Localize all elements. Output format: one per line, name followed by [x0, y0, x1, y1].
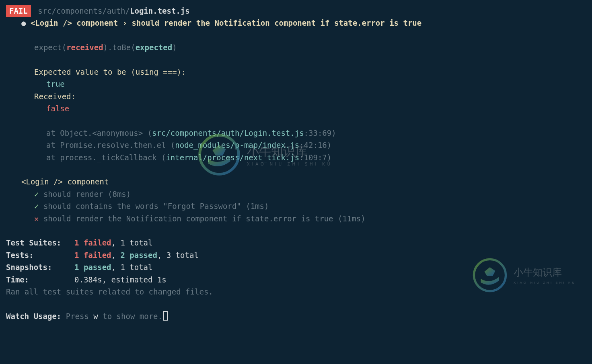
received-label: Received:	[6, 90, 586, 102]
expected-value: true	[6, 78, 586, 90]
expect-p1: expect(	[34, 43, 66, 52]
stack-file: node_modules/p-map/index.js	[175, 141, 299, 149]
cross-icon: ✕	[34, 214, 43, 223]
expect-p2: ).toBe(	[103, 43, 136, 52]
summary-fail: 1 failed	[74, 238, 111, 247]
stack-loc: :33:69)	[304, 129, 336, 137]
summary-pass: 2 passed	[120, 251, 157, 260]
expect-expected: expected	[136, 43, 173, 52]
bullet-icon: ●	[21, 18, 31, 27]
stack-pre: at process._tickCallback (	[46, 153, 166, 162]
stack-pre: at Promise.resolve.then.el (	[46, 141, 175, 149]
summary-fail: 1 failed	[74, 251, 111, 260]
summary-rest: , 3 total	[157, 251, 199, 260]
summary-label: Tests:	[6, 249, 74, 261]
summary-suites: Test Suites:1 failed, 1 total	[6, 237, 586, 249]
summary-mid: ,	[111, 251, 121, 260]
test-pass-1: ✓ should render (8ms)	[6, 188, 586, 200]
fail-badge: FAIL	[6, 5, 31, 17]
file-path-dim: src/components/auth/	[38, 6, 130, 15]
watch-key: w	[93, 312, 98, 321]
fail-sep: ›	[118, 18, 132, 27]
watch-post: to show more.	[98, 312, 162, 321]
test-label: should contains the words "Forgot Passwo…	[43, 202, 269, 211]
fail-desc: should render the Notification component…	[132, 18, 422, 27]
stack-file: src/components/auth/Login.test.js	[152, 129, 304, 137]
test-pass-2: ✓ should contains the words "Forgot Pass…	[6, 200, 586, 212]
check-icon: ✓	[34, 190, 43, 198]
expect-received: received	[66, 43, 103, 52]
stack-loc: :109:7)	[299, 153, 331, 162]
watch-usage-line: Watch Usage: Press w to show more.	[6, 310, 586, 322]
stack-loc: :42:16)	[299, 141, 331, 149]
cursor-icon	[163, 311, 168, 321]
summary-rest: 0.384s, estimated 1s	[74, 275, 166, 284]
summary-snapshots: Snapshots:1 passed, 1 total	[6, 261, 586, 273]
header-line: FAIL src/components/auth/Login.test.js	[6, 5, 586, 17]
summary-label: Snapshots:	[6, 261, 74, 273]
summary-label: Time:	[6, 274, 74, 286]
test-label: should render the Notification component…	[43, 214, 366, 223]
summary-tests: Tests:1 failed, 2 passed, 3 total	[6, 249, 586, 261]
stack-line-1: at Object.<anonymous> (src/components/au…	[6, 127, 586, 139]
test-label: should render (8ms)	[43, 190, 131, 198]
test-fail-1: ✕ should render the Notification compone…	[6, 213, 586, 225]
check-icon: ✓	[34, 202, 43, 211]
summary-ran: Ran all test suites related to changed f…	[6, 286, 586, 298]
summary-pass: 1 passed	[74, 263, 111, 272]
watch-label: Watch Usage:	[6, 312, 61, 321]
stack-file: internal/process/next_tick.js	[166, 153, 299, 162]
failing-test-line: ● <Login /> component › should render th…	[6, 17, 586, 29]
stack-pre: at Object.<anonymous> (	[46, 129, 152, 137]
summary-rest: , 1 total	[111, 238, 153, 247]
stack-line-2: at Promise.resolve.then.el (node_modules…	[6, 139, 586, 151]
received-value: false	[6, 102, 586, 115]
suite-title: <Login /> component	[6, 176, 586, 188]
expect-p3: )	[172, 43, 177, 52]
summary-label: Test Suites:	[6, 237, 74, 249]
stack-line-3: at process._tickCallback (internal/proce…	[6, 151, 586, 164]
fail-prefix: <Login /> component	[31, 18, 118, 27]
expect-line: expect(received).toBe(expected)	[6, 41, 586, 53]
summary-rest: , 1 total	[111, 263, 153, 272]
watch-pre: Press	[61, 312, 93, 321]
file-path-name: Login.test.js	[130, 6, 190, 15]
summary-time: Time:0.384s, estimated 1s	[6, 274, 586, 286]
expected-intro: Expected value to be (using ===):	[6, 66, 586, 78]
